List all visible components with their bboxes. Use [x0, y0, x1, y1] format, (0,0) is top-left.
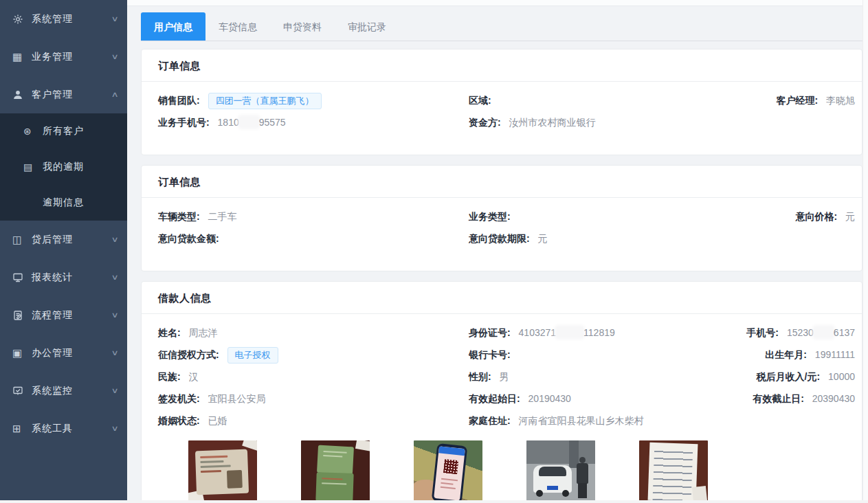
- tab-car-loan-info[interactable]: 车贷信息: [205, 12, 270, 41]
- chevron-down-icon: ∨: [111, 348, 118, 357]
- id-card-photo[interactable]: [188, 440, 257, 503]
- field-vehicle-type: 车辆类型: 二手车: [158, 211, 469, 223]
- bottom-strip: [0, 500, 868, 503]
- vertical-scrollbar[interactable]: [863, 0, 868, 503]
- top-strip: [127, 0, 868, 6]
- handwritten-doc-photo[interactable]: [639, 440, 708, 503]
- sidebar-item-system-management[interactable]: 系统管理 ∨: [0, 0, 127, 38]
- notebook-icon: ▤: [23, 162, 40, 172]
- main-content: 用户信息 车贷信息 申贷资料 审批记录 订单信息 销售团队: 四团一营（直属王鹏…: [127, 0, 868, 503]
- sidebar-item-office-management[interactable]: ▣ 办公管理 ∨: [0, 334, 127, 372]
- compass-circle-icon: ⊛: [23, 126, 40, 136]
- card-title: 订单信息: [142, 49, 862, 82]
- field-issuing-authority: 签发机关: 宜阳县公安局: [158, 393, 469, 405]
- chevron-up-icon: ∧: [111, 90, 118, 99]
- sidebar: 系统管理 ∨ ▦ 业务管理 ∨ 客户管理 ∧ ⊛ 所有客户 ▤ 我的逾期 逾期信…: [0, 0, 127, 503]
- sidebar-item-label: 系统管理: [32, 13, 112, 25]
- square-grid-icon: ▣: [12, 348, 29, 358]
- sales-team-tag: 四团一营（直属王鹏飞）: [208, 93, 322, 109]
- person-car-photo[interactable]: [526, 440, 595, 503]
- card-title: 借款人信息: [142, 282, 862, 314]
- chevron-down-icon: ∨: [111, 14, 118, 23]
- card-title: 订单信息: [142, 166, 862, 198]
- sidebar-item-customer-management[interactable]: 客户管理 ∧: [0, 76, 127, 113]
- sidebar-item-label: 我的逾期: [43, 161, 118, 173]
- tab-loan-application-docs[interactable]: 申贷资料: [270, 12, 335, 41]
- sidebar-item-my-overdue[interactable]: ▤ 我的逾期: [0, 149, 127, 185]
- field-home-address: 家庭住址: 河南省宜阳县花果山乡木柴村: [469, 415, 733, 427]
- tab-approval-records[interactable]: 审批记录: [335, 12, 399, 41]
- sidebar-item-label: 业务管理: [32, 51, 112, 63]
- sidebar-item-system-tools[interactable]: ⊞ 系统工具 ∨: [0, 410, 127, 447]
- sidebar-item-label: 贷后管理: [32, 234, 112, 246]
- sidebar-item-label: 逾期信息: [43, 197, 118, 209]
- detail-tabbar: 用户信息 车贷信息 申贷资料 审批记录: [141, 12, 868, 41]
- credit-auth-tag: 电子授权: [227, 347, 278, 364]
- field-marital-status: 婚姻状态: 已婚: [158, 415, 469, 427]
- sidebar-item-business-management[interactable]: ▦ 业务管理 ∨: [0, 38, 127, 76]
- chevron-down-icon: ∨: [111, 386, 118, 395]
- field-intent-price: 意向价格: 元: [795, 211, 858, 223]
- sidebar-item-process-management[interactable]: 流程管理 ∨: [0, 296, 127, 334]
- chevron-down-icon: ∨: [111, 273, 118, 282]
- field-id-number: 身份证号: 4103271112819: [469, 327, 733, 339]
- field-intent-loan-term: 意向贷款期限: 元: [469, 233, 733, 245]
- borrower-info-card: 借款人信息 姓名: 周志洋 身份证号: 4103271112819 手机号: 1…: [141, 281, 863, 503]
- field-mobile-phone: 手机号: 152306137: [746, 327, 858, 339]
- field-intent-loan-amount: 意向贷款金额:: [158, 233, 469, 245]
- clipboard-edit-icon: [12, 310, 29, 321]
- gear-icon: [12, 14, 29, 25]
- box-plus-icon: ⊞: [12, 423, 29, 434]
- field-business-phone: 业务手机号: 181095575: [158, 117, 469, 129]
- sidebar-item-label: 客户管理: [32, 89, 112, 101]
- order-info-card-2: 订单信息 车辆类型: 二手车 业务类型: 意向价格: 元: [141, 165, 863, 271]
- field-birth-date: 出生年月: 19911111: [765, 349, 858, 361]
- user-icon: [12, 89, 29, 100]
- redaction-mask: [557, 327, 583, 337]
- tab-user-info[interactable]: 用户信息: [141, 12, 205, 41]
- field-monthly-income: 税后月收入/元: 10000: [757, 371, 858, 383]
- chevron-down-icon: ∨: [111, 311, 118, 320]
- field-customer-manager: 客户经理: 李晓旭: [776, 95, 858, 107]
- chevron-down-icon: ∨: [111, 235, 118, 244]
- tab-content: 订单信息 销售团队: 四团一营（直属王鹏飞） 区域: 客户经理: 李晓旭: [127, 41, 868, 503]
- borrower-photos: 人像面 驾驶证副页: [158, 432, 858, 503]
- field-credit-auth-method: 征信授权方式: 电子授权: [158, 347, 469, 364]
- customer-submenu: ⊛ 所有客户 ▤ 我的逾期 逾期信息: [0, 113, 127, 221]
- field-name: 姓名: 周志洋: [158, 327, 469, 339]
- sidebar-item-all-customers[interactable]: ⊛ 所有客户: [0, 113, 127, 149]
- field-region: 区域:: [469, 95, 733, 107]
- redaction-mask: [814, 327, 833, 337]
- field-gender: 性别: 男: [469, 371, 733, 383]
- monitor-icon: [12, 272, 29, 283]
- field-funder: 资金方: 汝州市农村商业银行: [469, 117, 733, 129]
- sidebar-item-overdue-info[interactable]: 逾期信息: [0, 185, 127, 221]
- open-book-icon: ◫: [12, 234, 29, 245]
- chevron-down-icon: ∨: [111, 52, 118, 61]
- sidebar-item-system-monitor[interactable]: 系统监控 ∨: [0, 372, 127, 410]
- sidebar-item-label: 办公管理: [32, 347, 112, 359]
- field-valid-to: 有效截止日: 20390430: [753, 393, 858, 405]
- redaction-mask: [240, 117, 258, 127]
- monitor-check-icon: [12, 385, 29, 396]
- field-valid-from: 有效起始日: 20190430: [469, 393, 733, 405]
- sidebar-item-label: 报表统计: [32, 271, 112, 284]
- sidebar-item-label: 系统工具: [32, 423, 112, 435]
- sidebar-item-label: 所有客户: [43, 125, 118, 137]
- driver-license-photo[interactable]: [301, 440, 370, 503]
- field-business-type: 业务类型:: [469, 211, 733, 223]
- sidebar-item-postloan-management[interactable]: ◫ 贷后管理 ∨: [0, 221, 127, 258]
- field-bank-card: 银行卡号:: [469, 349, 733, 361]
- order-info-card-1: 订单信息 销售团队: 四团一营（直属王鹏飞） 区域: 客户经理: 李晓旭: [141, 49, 863, 155]
- auth-screenshot-photo[interactable]: [414, 440, 482, 503]
- grid-icon: ▦: [12, 52, 29, 62]
- sidebar-item-label: 系统监控: [32, 385, 112, 397]
- sidebar-item-report-statistics[interactable]: 报表统计 ∨: [0, 258, 127, 296]
- field-sales-team: 销售团队: 四团一营（直属王鹏飞）: [158, 93, 469, 109]
- chevron-down-icon: ∨: [111, 424, 118, 433]
- field-ethnicity: 民族: 汉: [158, 371, 469, 383]
- sidebar-item-label: 流程管理: [32, 309, 112, 322]
